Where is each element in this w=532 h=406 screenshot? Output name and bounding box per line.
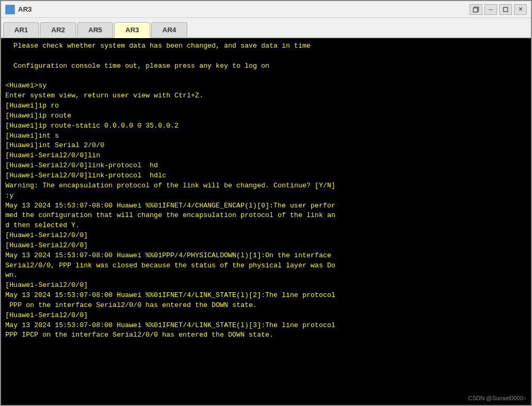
svg-rect-3 xyxy=(473,8,478,12)
svg-rect-4 xyxy=(503,7,508,12)
main-window: AR3 ─ ✕ AR1 AR2 AR5 AR3 AR4 xyxy=(0,0,532,406)
terminal-line: Please check whether system data has bee… xyxy=(5,41,527,51)
minimize-button[interactable]: ─ xyxy=(484,4,497,15)
terminal-line: wn. xyxy=(5,270,527,281)
close-button[interactable]: ✕ xyxy=(514,4,527,15)
window-title: AR3 xyxy=(18,5,32,13)
terminal-line: [Huawei-Serial2/0/0] xyxy=(5,311,527,321)
terminal-line: Serial2/0/0, PPP link was closed because… xyxy=(5,261,527,271)
tab-ar4[interactable]: AR4 xyxy=(151,22,187,37)
terminal-line: :y xyxy=(5,191,527,201)
terminal-line: [Huawei]ip route-static 0.0.0.0 0 35.0.0… xyxy=(5,121,527,131)
terminal-line: [Huawei]ip ro xyxy=(5,101,527,111)
terminal-output[interactable]: Please check whether system data has bee… xyxy=(1,38,531,405)
terminal-line: med the configuration that will change t… xyxy=(5,211,527,221)
terminal-line: PPP on the interface Serial2/0/0 has ent… xyxy=(5,301,527,311)
terminal-line: [Huawei]ip route xyxy=(5,111,527,121)
terminal-line: [Huawei-Serial2/0/0]link-protocol hdlc xyxy=(5,171,527,181)
terminal-line xyxy=(5,71,527,82)
tab-bar: AR1 AR2 AR5 AR3 AR4 xyxy=(1,18,531,38)
terminal-line: [Huawei-Serial2/0/0] xyxy=(5,241,527,251)
terminal-line: d then selected Y. xyxy=(5,221,527,231)
window-controls: ─ ✕ xyxy=(470,4,527,15)
terminal-line: [Huawei-Serial2/0/0]link-protocol hd xyxy=(5,161,527,171)
terminal-line: [Huawei-Serial2/0/0]lin xyxy=(5,151,527,161)
terminal-line: May 13 2024 15:53:07-08:00 Huawei %%01IF… xyxy=(5,291,527,301)
title-bar-left: AR3 xyxy=(5,5,32,14)
terminal-line: [Huawei-Serial2/0/0] xyxy=(5,281,527,291)
terminal-line: May 13 2024 15:53:07-08:00 Huawei %%01IF… xyxy=(5,201,527,211)
terminal-line: [Huawei]int s xyxy=(5,131,527,141)
tab-ar5[interactable]: AR5 xyxy=(77,22,113,37)
terminal-line: [Huawei]int Serial 2/0/0 xyxy=(5,141,527,151)
terminal-line xyxy=(5,51,527,61)
terminal-line: PPP IPCP on the interface Serial2/0/0 ha… xyxy=(5,330,527,340)
title-bar: AR3 ─ ✕ xyxy=(1,1,531,18)
terminal-line: Configuration console time out, please p… xyxy=(5,61,527,71)
terminal-line: Enter system view, return user view with… xyxy=(5,91,527,101)
watermark: CSDN @Sunset0000○ xyxy=(468,394,527,403)
terminal-line: May 13 2024 15:53:07-08:00 Huawei %%01PP… xyxy=(5,251,527,261)
terminal-line: May 13 2024 15:53:07-08:00 Huawei %%01IF… xyxy=(5,321,527,331)
maximize-button[interactable] xyxy=(499,4,512,15)
restore-button[interactable] xyxy=(470,4,482,15)
svg-rect-2 xyxy=(7,5,9,7)
tab-ar3[interactable]: AR3 xyxy=(114,22,150,38)
terminal-line: [Huawei-Serial2/0/0] xyxy=(5,231,527,241)
tab-ar1[interactable]: AR1 xyxy=(3,22,39,37)
terminal-line: <Huawei>sy xyxy=(5,81,527,91)
terminal-line: Warning: The encapsulation protocol of t… xyxy=(5,181,527,191)
app-icon xyxy=(5,5,15,14)
tab-ar2[interactable]: AR2 xyxy=(40,22,76,37)
